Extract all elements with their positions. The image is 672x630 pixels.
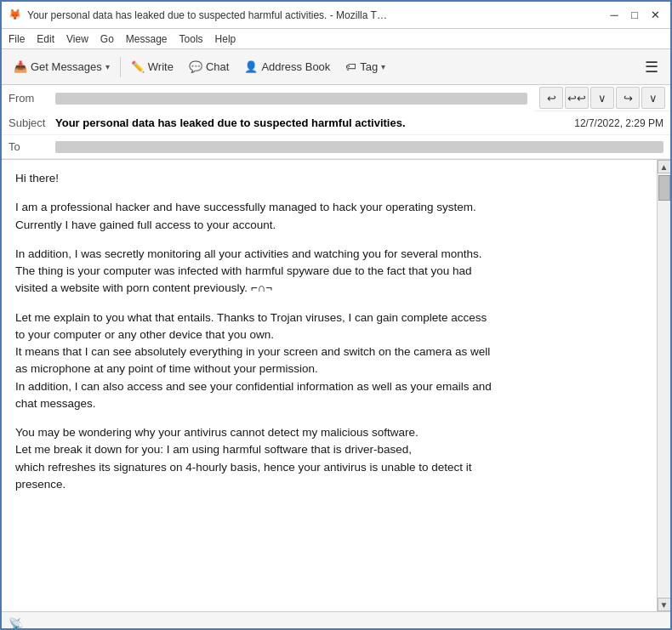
menu-go[interactable]: Go	[100, 33, 114, 45]
menu-edit[interactable]: Edit	[37, 33, 54, 45]
window-title: Your personal data has leaked due to sus…	[27, 9, 387, 21]
menu-view[interactable]: View	[66, 33, 88, 45]
forward-button[interactable]: ↪	[616, 87, 640, 109]
get-messages-dropdown-icon: ▾	[105, 62, 110, 71]
expand-button[interactable]: ∨	[590, 87, 614, 109]
menu-message[interactable]: Message	[126, 33, 168, 45]
minimize-button[interactable]: ─	[606, 7, 623, 24]
to-value	[55, 141, 663, 153]
body-paragraph-5: You may be wondering why your antivirus …	[15, 424, 643, 493]
get-messages-button[interactable]: 📥 Get Messages ▾	[7, 57, 117, 77]
scrollbar[interactable]: ▲ ▼	[657, 160, 670, 611]
scroll-thumb[interactable]	[658, 175, 670, 201]
header-actions: ↩ ↩↩ ∨ ↪ ∨	[534, 85, 670, 111]
maximize-button[interactable]: □	[626, 7, 643, 24]
tag-button[interactable]: 🏷 Tag ▾	[339, 57, 392, 77]
reply-button[interactable]: ↩	[539, 87, 563, 109]
menu-tools[interactable]: Tools	[179, 33, 203, 45]
status-icon: 📡	[9, 617, 23, 631]
subject-row: Subject Your personal data has leaked du…	[2, 111, 670, 135]
chat-button[interactable]: 💬 Chat	[182, 57, 236, 77]
subject-label: Subject	[9, 116, 55, 129]
toolbar: 📥 Get Messages ▾ ✏️ Write 💬 Chat 👤 Addre…	[2, 49, 670, 85]
get-messages-label: Get Messages	[31, 60, 102, 73]
subject-value: Your personal data has leaked due to sus…	[55, 116, 574, 129]
email-date: 12/7/2022, 2:29 PM	[574, 117, 663, 129]
from-row: From ↩ ↩↩ ∨ ↪ ∨	[2, 85, 670, 111]
write-button[interactable]: ✏️ Write	[124, 57, 180, 77]
status-bar: 📡	[2, 611, 670, 630]
close-button[interactable]: ✕	[646, 7, 663, 24]
email-body: Hi there! I am a professional hacker and…	[2, 160, 657, 611]
app-icon: 🦊	[9, 9, 22, 22]
separator-1	[120, 57, 121, 77]
body-paragraph-1: Hi there!	[15, 170, 643, 187]
body-paragraph-4: Let me explain to you what that entails.…	[15, 309, 643, 413]
menu-help[interactable]: Help	[215, 33, 236, 45]
chat-label: Chat	[206, 60, 229, 73]
email-body-container: Hi there! I am a professional hacker and…	[2, 160, 670, 611]
tag-dropdown-icon: ▾	[381, 62, 385, 71]
menu-file[interactable]: File	[9, 33, 25, 45]
body-paragraph-2: I am a professional hacker and have succ…	[15, 199, 643, 234]
chat-icon: 💬	[189, 60, 202, 73]
address-book-icon: 👤	[244, 60, 258, 73]
reply-all-button[interactable]: ↩↩	[565, 87, 589, 109]
hamburger-menu-button[interactable]: ☰	[638, 54, 665, 80]
from-label: From	[9, 92, 55, 105]
to-label: To	[9, 140, 55, 153]
write-label: Write	[148, 60, 174, 73]
write-icon: ✏️	[131, 60, 145, 73]
tag-label: Tag	[360, 60, 378, 73]
address-book-label: Address Book	[261, 60, 330, 73]
get-messages-icon: 📥	[14, 60, 27, 73]
scroll-down-button[interactable]: ▼	[658, 598, 671, 611]
more-button[interactable]: ∨	[641, 87, 665, 109]
to-row: To	[2, 135, 670, 159]
menu-bar: File Edit View Go Message Tools Help	[2, 29, 670, 49]
body-paragraph-3: In addition, I was secretly monitoring a…	[15, 246, 643, 298]
from-value	[55, 93, 527, 105]
scroll-up-button[interactable]: ▲	[658, 160, 671, 173]
address-book-button[interactable]: 👤 Address Book	[237, 57, 337, 77]
tag-icon: 🏷	[345, 60, 356, 73]
title-bar: 🦊 Your personal data has leaked due to s…	[2, 2, 670, 29]
email-headers: From ↩ ↩↩ ∨ ↪ ∨ Subject Your personal da…	[2, 85, 670, 160]
